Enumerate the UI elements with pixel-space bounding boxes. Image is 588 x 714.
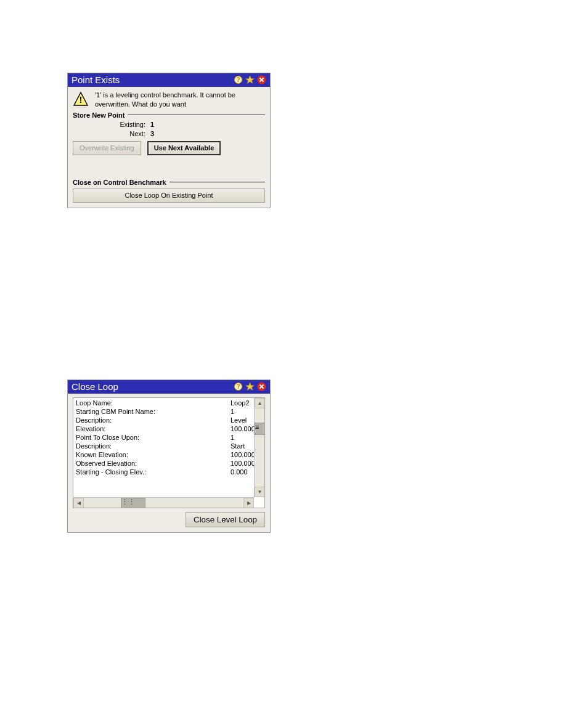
row-label: Loop Name:: [76, 399, 231, 407]
point-exists-dialog: Point Exists ? ! '1' is a leveling contr…: [67, 73, 271, 208]
close-loop-list: Loop Name:Loop2 Starting CBM Point Name:…: [73, 397, 265, 508]
row-label: Starting CBM Point Name:: [76, 408, 231, 415]
next-label: Next:: [104, 130, 145, 137]
help-icon[interactable]: ?: [234, 75, 243, 84]
row-label: Known Elevation:: [76, 451, 231, 458]
dialog-title: Close Loop: [71, 381, 231, 392]
row-label: Observed Elevation:: [76, 460, 231, 467]
list-row: Observed Elevation:100.000: [76, 460, 264, 467]
close-icon[interactable]: [257, 382, 266, 391]
close-icon[interactable]: [257, 75, 266, 84]
scroll-up-icon[interactable]: ▲: [255, 398, 265, 408]
svg-text:?: ?: [236, 383, 240, 390]
list-row: Point To Close Upon:1: [76, 434, 264, 441]
svg-text:!: !: [80, 94, 83, 105]
horizontal-scrollbar[interactable]: ◀ ⋮⋮ ▶: [73, 497, 254, 508]
scroll-down-icon[interactable]: ▼: [255, 487, 265, 497]
list-row: Description:Level: [76, 416, 264, 424]
row-label: Starting - Closing Elev.:: [76, 468, 231, 476]
list-row: Starting CBM Point Name:1: [76, 408, 264, 415]
list-row: Elevation:100.000: [76, 425, 264, 432]
row-label: Description:: [76, 416, 231, 424]
overwrite-existing-button: Overwrite Existing: [73, 141, 141, 155]
close-level-loop-button[interactable]: Close Level Loop: [186, 512, 265, 527]
dialog-body: Loop Name:Loop2 Starting CBM Point Name:…: [68, 394, 270, 532]
dialog-body: ! '1' is a leveling control benchmark. I…: [68, 87, 270, 208]
warning-message: '1' is a leveling control benchmark. It …: [95, 91, 265, 109]
list-row: Loop Name:Loop2: [76, 399, 264, 407]
scroll-right-icon[interactable]: ▶: [243, 498, 254, 508]
list-row: Starting - Closing Elev.:0.000: [76, 468, 264, 476]
scroll-left-icon[interactable]: ◀: [73, 498, 84, 508]
svg-marker-2: [246, 76, 255, 84]
vertical-scrollbar[interactable]: ▲ ≡ ▼: [254, 398, 264, 497]
close-loop-existing-point-button[interactable]: Close Loop On Existing Point: [73, 189, 265, 203]
group-label: Store New Point: [73, 112, 125, 119]
title-bar: Close Loop ?: [68, 380, 270, 394]
list-row: Known Elevation:100.000: [76, 451, 264, 458]
scroll-thumb[interactable]: ⋮⋮: [121, 498, 145, 508]
next-value: 3: [150, 130, 154, 137]
existing-label: Existing:: [104, 121, 145, 128]
svg-text:?: ?: [236, 76, 240, 83]
row-label: Description:: [76, 442, 231, 450]
star-icon[interactable]: [245, 75, 255, 84]
row-label: Elevation:: [76, 425, 231, 432]
list-row: Description:Start: [76, 442, 264, 450]
close-loop-dialog: Close Loop ? Loop Name:Loop2 Starting CB…: [67, 379, 271, 533]
use-next-available-button[interactable]: Use Next Available: [147, 141, 221, 155]
dialog-title: Point Exists: [71, 75, 231, 85]
scroll-thumb[interactable]: ≡: [255, 423, 265, 435]
warning-icon: !: [73, 91, 89, 108]
store-new-point-group: Store New Point: [73, 112, 265, 119]
star-icon[interactable]: [245, 382, 255, 391]
close-on-benchmark-group: Close on Control Benchmark: [73, 179, 265, 186]
help-icon[interactable]: ?: [234, 382, 243, 391]
svg-marker-8: [246, 383, 255, 391]
row-label: Point To Close Upon:: [76, 434, 231, 441]
group-label: Close on Control Benchmark: [73, 179, 166, 186]
title-bar: Point Exists ?: [68, 73, 270, 87]
existing-value: 1: [150, 121, 154, 128]
